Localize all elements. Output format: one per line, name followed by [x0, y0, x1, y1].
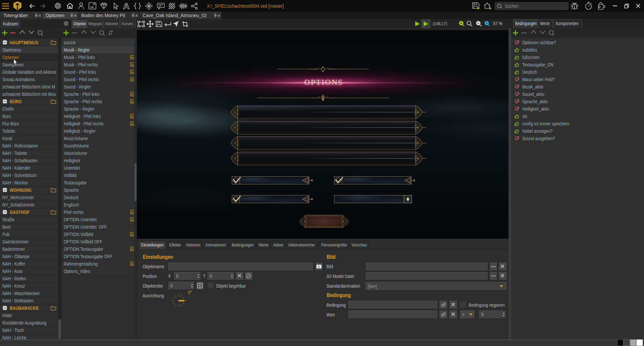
svg-text:OK: OK — [90, 6, 94, 8]
svg-text:?: ? — [318, 265, 320, 269]
